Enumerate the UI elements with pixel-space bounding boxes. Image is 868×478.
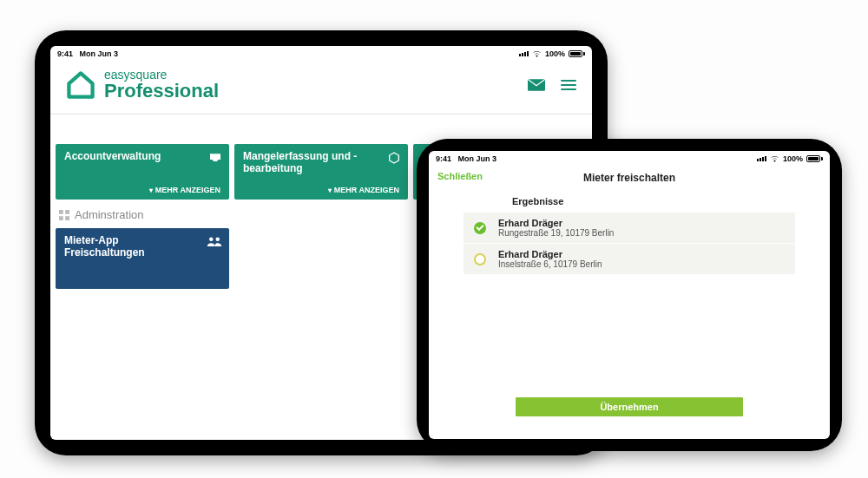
svg-point-5 — [209, 238, 214, 242]
status-bar: 9:41 Mon Jun 3 100% — [429, 151, 830, 165]
logo-text: easysquare Professional — [104, 69, 219, 101]
close-button[interactable]: Schließen — [437, 171, 483, 181]
grid-icon — [59, 210, 69, 220]
battery-icon — [569, 50, 585, 57]
card-title: Mangelerfassung und -bearbeitung — [243, 151, 399, 175]
card-more[interactable]: ▾ MEHR ANZEIGEN — [243, 186, 399, 194]
status-left: 9:41 Mon Jun 3 — [436, 154, 496, 163]
mail-icon[interactable] — [528, 79, 545, 91]
box-icon — [387, 151, 401, 165]
result-name: Erhard Dräger — [498, 249, 602, 259]
tablet-small: 9:41 Mon Jun 3 100% Schließen Mieter fre… — [417, 139, 842, 451]
menu-icon[interactable] — [561, 80, 576, 90]
section-label-text: Adminstration — [75, 208, 143, 221]
svg-rect-3 — [59, 216, 63, 220]
modal-header: Schließen Mieter freischalten — [429, 165, 830, 191]
brand-line2: Professional — [104, 81, 219, 101]
inbox-icon — [208, 151, 222, 165]
card-title: Mieter-App Freischaltungen — [64, 235, 220, 259]
svg-rect-4 — [65, 216, 69, 220]
status-left: 9:41 Mon Jun 3 — [57, 49, 118, 58]
status-time: 9:41 — [57, 49, 73, 58]
result-address: Rungestraße 19, 10179 Berlin — [498, 228, 614, 238]
svg-rect-1 — [59, 210, 63, 214]
result-address: Inselstraße 6, 10179 Berlin — [498, 259, 602, 269]
cell-signal-icon — [519, 51, 529, 56]
accept-button[interactable]: Übernehmen — [516, 397, 743, 416]
result-text: Erhard Dräger Inselstraße 6, 10179 Berli… — [498, 249, 602, 269]
card-mieter-app-freischaltungen[interactable]: Mieter-App Freischaltungen — [56, 228, 229, 289]
cell-signal-icon — [757, 156, 766, 161]
wifi-icon — [532, 50, 542, 57]
radio-selected-icon[interactable] — [474, 222, 486, 234]
app-header: easysquare Professional — [50, 60, 592, 115]
svg-rect-2 — [65, 210, 69, 214]
card-accountverwaltung[interactable]: Accountverwaltung ▾ MEHR ANZEIGEN — [56, 144, 229, 200]
chevron-down-icon: ▾ — [328, 187, 332, 194]
status-date: Mon Jun 3 — [80, 49, 119, 58]
screen-small: 9:41 Mon Jun 3 100% Schließen Mieter fre… — [429, 151, 830, 439]
battery-percent: 100% — [545, 49, 565, 58]
header-actions — [528, 79, 576, 91]
modal-title: Mieter freischalten — [583, 172, 675, 184]
status-date: Mon Jun 3 — [458, 154, 497, 163]
battery-icon — [806, 155, 823, 162]
svg-point-6 — [216, 238, 220, 242]
card-title: Accountverwaltung — [64, 151, 220, 163]
status-right: 100% — [757, 154, 823, 163]
results-heading: Ergebnisse — [464, 191, 795, 212]
people-icon — [207, 235, 222, 247]
status-time: 9:41 — [436, 154, 451, 163]
battery-percent: 100% — [783, 154, 803, 163]
wifi-icon — [770, 155, 779, 162]
brand-line1: easysquare — [104, 69, 219, 81]
result-text: Erhard Dräger Rungestraße 19, 10179 Berl… — [498, 218, 614, 238]
result-row-0[interactable]: Erhard Dräger Rungestraße 19, 10179 Berl… — [464, 212, 795, 243]
house-logo-icon — [66, 70, 95, 100]
result-name: Erhard Dräger — [498, 218, 614, 228]
status-bar: 9:41 Mon Jun 3 100% — [50, 46, 592, 60]
card-mangelerfassung[interactable]: Mangelerfassung und -bearbeitung ▾ MEHR … — [234, 144, 408, 200]
logo: easysquare Professional — [66, 69, 219, 101]
radio-empty-icon[interactable] — [474, 253, 486, 265]
result-row-1[interactable]: Erhard Dräger Inselstraße 6, 10179 Berli… — [464, 243, 795, 274]
modal-body: Ergebnisse Erhard Dräger Rungestraße 19,… — [429, 191, 830, 274]
status-right: 100% — [519, 49, 585, 58]
chevron-down-icon: ▾ — [149, 187, 153, 194]
card-more[interactable]: ▾ MEHR ANZEIGEN — [64, 186, 220, 194]
